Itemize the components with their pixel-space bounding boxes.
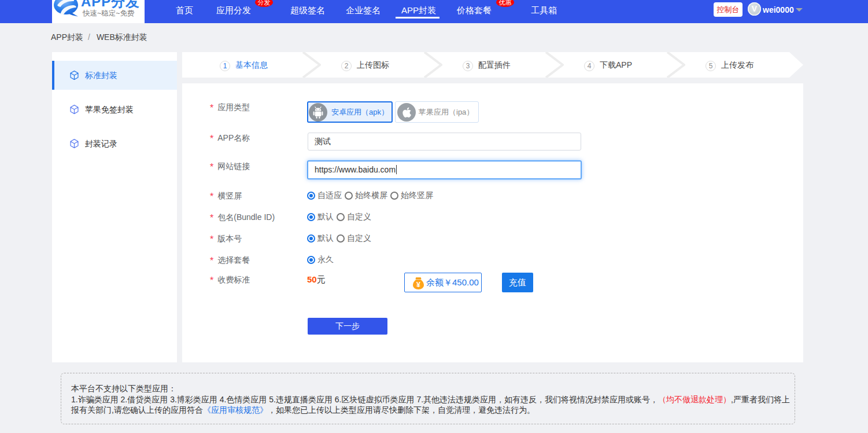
svg-text:¥: ¥ [416,281,420,289]
